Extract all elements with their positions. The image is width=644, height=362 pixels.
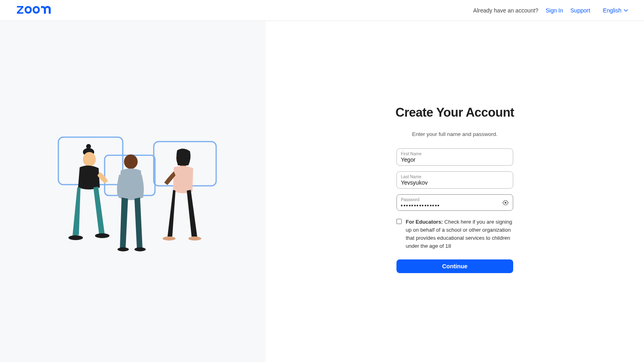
svg-point-9 (83, 152, 96, 167)
page-title: Create Your Account (396, 105, 514, 120)
eye-icon[interactable] (502, 200, 509, 205)
svg-point-8 (86, 144, 91, 149)
zoom-logo (17, 4, 56, 16)
language-selector[interactable]: English (603, 7, 628, 14)
educators-text: For Educators: Check here if you are sig… (406, 218, 513, 251)
last-name-label: Last Name (401, 174, 509, 179)
svg-point-10 (68, 235, 83, 240)
last-name-field[interactable]: Last Name (396, 171, 513, 189)
main-content: Create Your Account Enter your full name… (0, 21, 644, 362)
password-input[interactable] (401, 202, 509, 208)
educators-bold: For Educators: (406, 219, 443, 225)
signup-form: Enter your full name and password. First… (396, 131, 513, 273)
svg-point-13 (118, 247, 129, 251)
top-header: Already have an account? Sign In Support… (0, 0, 644, 21)
educators-row: For Educators: Check here if you are sig… (396, 218, 513, 251)
continue-button[interactable]: Continue (396, 259, 513, 273)
password-field[interactable]: Password (396, 194, 513, 211)
svg-point-14 (134, 247, 146, 251)
svg-point-12 (124, 154, 138, 169)
page-subtitle: Enter your full name and password. (396, 131, 513, 137)
support-link[interactable]: Support (570, 7, 590, 14)
password-label: Password (401, 197, 509, 202)
first-name-field[interactable]: First Name (396, 148, 513, 166)
first-name-label: First Name (401, 151, 509, 156)
form-panel: Create Your Account Enter your full name… (266, 21, 644, 362)
svg-point-16 (163, 237, 175, 241)
chevron-down-icon (624, 9, 628, 12)
svg-point-11 (95, 233, 109, 238)
language-label: English (603, 7, 621, 14)
first-name-input[interactable] (401, 156, 509, 163)
svg-point-3 (35, 8, 38, 12)
educators-checkbox[interactable] (396, 219, 402, 224)
people-illustration (48, 127, 217, 256)
sign-in-link[interactable]: Sign In (545, 7, 563, 14)
last-name-input[interactable] (401, 179, 509, 186)
svg-point-1 (27, 8, 30, 12)
header-right: Already have an account? Sign In Support… (473, 7, 628, 14)
already-have-account-text: Already have an account? (473, 7, 539, 14)
svg-point-17 (188, 237, 201, 241)
svg-point-18 (505, 202, 507, 204)
illustration-panel (0, 21, 266, 362)
